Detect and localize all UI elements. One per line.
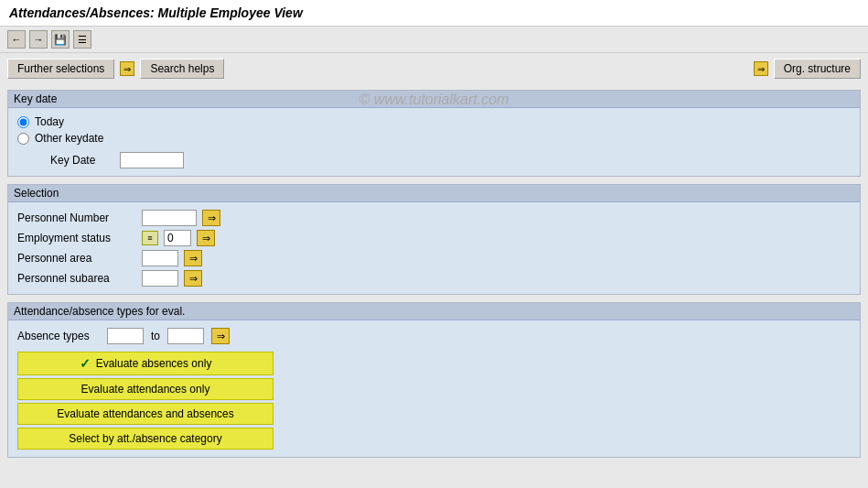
- key-date-header-label: Key date: [14, 92, 57, 105]
- personnel-number-input[interactable]: [142, 210, 197, 226]
- other-keydate-row: Other keydate: [17, 132, 851, 145]
- evaluate-attendances-only-label: Evaluate attendances only: [81, 383, 210, 396]
- personnel-number-row: Personnel Number ⇒: [17, 210, 851, 226]
- nav-buttons: Further selections ⇒ Search helps ⇒ Org.…: [0, 53, 868, 84]
- key-date-radio-group: Today Other keydate Key Date: [17, 115, 851, 168]
- employment-status-arrow-btn[interactable]: ⇒: [197, 230, 215, 246]
- personnel-number-arrow-btn[interactable]: ⇒: [202, 210, 220, 226]
- key-date-body: Today Other keydate Key Date: [8, 108, 860, 176]
- personnel-subarea-row: Personnel subarea ⇒: [17, 270, 851, 287]
- personnel-subarea-arrow-btn[interactable]: ⇒: [184, 270, 202, 287]
- search-helps-button[interactable]: Search helps: [140, 59, 224, 79]
- personnel-number-label: Personnel Number: [17, 211, 136, 224]
- other-keydate-label: Other keydate: [35, 132, 103, 145]
- org-structure-arrow-icon: ⇒: [754, 61, 768, 76]
- today-radio[interactable]: [17, 116, 29, 128]
- personnel-area-input[interactable]: [142, 250, 178, 266]
- org-structure-button[interactable]: Org. structure: [774, 59, 861, 79]
- personnel-area-label: Personnel area: [17, 252, 136, 265]
- key-date-input[interactable]: [120, 152, 184, 168]
- key-date-header: Key date: [8, 91, 860, 108]
- selection-header: Selection: [8, 185, 860, 202]
- selection-body: Personnel Number ⇒ Employment status ≡ ⇒…: [8, 202, 860, 294]
- employment-status-multisel-icon[interactable]: ≡: [142, 231, 158, 245]
- absence-from-input[interactable]: [107, 328, 144, 344]
- select-by-category-label: Select by att./absence category: [69, 432, 221, 445]
- select-by-category-btn[interactable]: Select by att./absence category: [17, 428, 273, 450]
- personnel-subarea-label: Personnel subarea: [17, 272, 136, 285]
- employment-status-row: Employment status ≡ ⇒: [17, 230, 851, 246]
- selection-header-label: Selection: [14, 187, 59, 200]
- key-date-section: Key date Today Other keydate Key Date: [7, 90, 861, 177]
- find-icon[interactable]: ☰: [73, 30, 91, 49]
- key-date-field-row: Key Date: [17, 152, 851, 168]
- absence-types-row: Absence types to ⇒: [17, 328, 851, 344]
- key-date-field-label: Key Date: [50, 154, 114, 167]
- toolbar: ← → 💾 ☰: [0, 27, 868, 53]
- further-selections-button[interactable]: Further selections: [7, 59, 114, 79]
- personnel-area-row: Personnel area ⇒: [17, 250, 851, 266]
- selection-section: Selection Personnel Number ⇒ Employment …: [7, 184, 861, 295]
- to-label: to: [151, 330, 160, 342]
- evaluate-attendances-absences-btn[interactable]: Evaluate attendances and absences: [17, 403, 273, 425]
- evaluate-attendances-absences-label: Evaluate attendances and absences: [57, 407, 233, 420]
- check-mark-icon: ✓: [80, 356, 91, 371]
- absence-arrow-btn[interactable]: ⇒: [211, 328, 230, 344]
- evaluate-attendances-only-btn[interactable]: Evaluate attendances only: [17, 378, 273, 400]
- org-structure-label: Org. structure: [784, 62, 851, 75]
- today-row: Today: [17, 115, 851, 128]
- absence-types-label: Absence types: [17, 330, 100, 342]
- other-keydate-radio[interactable]: [17, 133, 29, 145]
- abs-types-header-label: Attendance/absence types for eval.: [14, 305, 185, 318]
- back-icon[interactable]: ←: [7, 30, 26, 49]
- eval-buttons: ✓ Evaluate absences only Evaluate attend…: [17, 352, 851, 450]
- evaluate-absences-only-btn[interactable]: ✓ Evaluate absences only: [17, 352, 273, 375]
- page-title: Attendances/Absences: Multiple Employee …: [9, 5, 303, 20]
- personnel-area-arrow-btn[interactable]: ⇒: [184, 250, 202, 266]
- absence-to-input[interactable]: [167, 328, 204, 344]
- today-label: Today: [35, 115, 64, 128]
- personnel-subarea-input[interactable]: [142, 270, 178, 287]
- employment-status-input[interactable]: [164, 230, 191, 246]
- further-selections-label: Further selections: [17, 62, 104, 75]
- abs-types-header: Attendance/absence types for eval.: [8, 303, 860, 320]
- abs-types-section: Attendance/absence types for eval. Absen…: [7, 302, 861, 458]
- employment-status-label: Employment status: [17, 232, 136, 244]
- search-helps-arrow-icon: ⇒: [120, 61, 134, 76]
- abs-types-body: Absence types to ⇒ ✓ Evaluate absences o…: [8, 320, 860, 457]
- search-helps-label: Search helps: [150, 62, 214, 75]
- forward-icon[interactable]: →: [29, 30, 48, 49]
- evaluate-absences-only-label: Evaluate absences only: [96, 357, 212, 370]
- main-content: Key date Today Other keydate Key Date: [0, 84, 868, 471]
- title-bar: Attendances/Absences: Multiple Employee …: [0, 0, 868, 27]
- save-icon[interactable]: 💾: [51, 30, 70, 49]
